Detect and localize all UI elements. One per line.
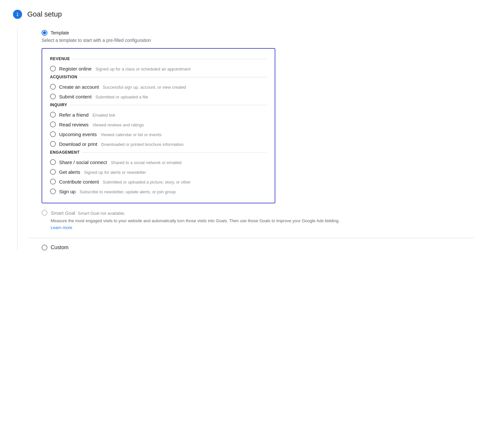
sign-up-radio[interactable] [50, 188, 56, 194]
template-label[interactable]: Template [51, 30, 69, 35]
read-reviews-label[interactable]: Read reviews Viewed reviews and ratings [59, 122, 144, 127]
smart-goal-info: Measure the most engaged visits to your … [51, 218, 343, 231]
register-online-label[interactable]: Register online Signed up for a class or… [59, 66, 191, 71]
share-social-radio[interactable] [50, 159, 56, 165]
option-refer-friend[interactable]: Refer a friend Emailed link [50, 110, 267, 120]
template-label-text: Template [51, 30, 69, 35]
template-section: Template Select a template to start with… [42, 30, 474, 231]
page-title: Goal setup [27, 10, 62, 19]
template-radio[interactable] [42, 30, 47, 36]
create-account-radio[interactable] [50, 84, 56, 90]
register-online-name: Register online [59, 66, 92, 71]
custom-section: Custom [42, 245, 474, 250]
register-online-radio[interactable] [50, 66, 56, 71]
option-submit-content[interactable]: Submit content Submitted or uploaded a f… [50, 92, 267, 101]
option-share-social[interactable]: Share / social connect Shared to a socia… [50, 157, 267, 167]
option-read-reviews[interactable]: Read reviews Viewed reviews and ratings [50, 120, 267, 129]
upcoming-events-name: Upcoming events [59, 132, 97, 137]
share-social-label[interactable]: Share / social connect Shared to a socia… [59, 160, 181, 165]
download-print-label[interactable]: Download or print Downloaded or printed … [59, 141, 183, 147]
read-reviews-name: Read reviews [59, 122, 89, 127]
smart-goal-label-wrapper[interactable]: Smart Goal Smart Goal not available. [51, 210, 125, 216]
category-engagement-label: ENGAGEMENT [50, 150, 267, 155]
contribute-content-desc: Submitted or uploaded a picture, story, … [103, 180, 191, 185]
create-account-label[interactable]: Create an account Successful sign up, ac… [59, 84, 186, 90]
refer-friend-label[interactable]: Refer a friend Emailed link [59, 112, 115, 118]
contribute-content-radio[interactable] [50, 179, 56, 185]
smart-goal-info-text: Measure the most engaged visits to your … [51, 218, 340, 223]
option-register-online[interactable]: Register online Signed up for a class or… [50, 64, 267, 73]
register-online-desc: Signed up for a class or scheduled an ap… [95, 67, 191, 71]
smart-goal-row: Smart Goal Smart Goal not available. [42, 210, 474, 216]
main-content: Template Select a template to start with… [27, 28, 474, 250]
submit-content-radio[interactable] [50, 94, 56, 99]
upcoming-events-label[interactable]: Upcoming events Viewed calendar or list … [59, 132, 162, 137]
option-get-alerts[interactable]: Get alerts Signed up for alerts or newsl… [50, 167, 267, 177]
submit-content-desc: Submitted or uploaded a file [95, 95, 148, 99]
option-sign-up[interactable]: Sign up Subscribe to newsletter, update … [50, 186, 267, 196]
get-alerts-radio[interactable] [50, 169, 56, 175]
step-badge: 1 [13, 10, 22, 19]
custom-radio[interactable] [42, 245, 47, 250]
share-social-desc: Shared to a social network or emailed [111, 160, 182, 165]
refer-friend-radio[interactable] [50, 112, 56, 118]
section-divider [27, 238, 474, 238]
contribute-content-label[interactable]: Contribute content Submitted or uploaded… [59, 179, 191, 185]
share-social-name: Share / social connect [59, 160, 107, 165]
get-alerts-desc: Signed up for alerts or newsletter [84, 170, 146, 175]
refer-friend-desc: Emailed link [93, 113, 115, 118]
contribute-content-name: Contribute content [59, 179, 99, 185]
template-box: REVENUE Register online Signed up for a … [42, 48, 275, 203]
submit-content-label[interactable]: Submit content Submitted or uploaded a f… [59, 94, 148, 99]
option-download-print[interactable]: Download or print Downloaded or printed … [50, 139, 267, 149]
vertical-divider [17, 28, 18, 250]
upcoming-events-radio[interactable] [50, 131, 56, 137]
refer-friend-name: Refer a friend [59, 112, 89, 118]
smart-goal-section: Smart Goal Smart Goal not available. Mea… [42, 210, 474, 231]
get-alerts-name: Get alerts [59, 169, 80, 175]
upcoming-events-desc: Viewed calendar or list or events [101, 132, 162, 137]
option-create-account[interactable]: Create an account Successful sign up, ac… [50, 82, 267, 92]
custom-option-row[interactable]: Custom [42, 245, 474, 250]
category-inquiry-label: INQUIRY [50, 103, 267, 107]
page-header: 1 Goal setup [13, 10, 474, 19]
category-revenue-label: REVENUE [50, 57, 267, 61]
get-alerts-label[interactable]: Get alerts Signed up for alerts or newsl… [59, 169, 146, 175]
learn-more-link[interactable]: Learn more [51, 225, 72, 230]
template-subtitle: Select a template to start with a pre-fi… [42, 38, 474, 43]
smart-goal-unavailable: Smart Goal not available. [78, 211, 125, 216]
option-upcoming-events[interactable]: Upcoming events Viewed calendar or list … [50, 129, 267, 139]
sign-up-desc: Subscribe to newsletter, update alerts, … [80, 189, 176, 194]
download-print-name: Download or print [59, 141, 97, 147]
submit-content-name: Submit content [59, 94, 92, 99]
read-reviews-desc: Viewed reviews and ratings [93, 122, 144, 127]
sign-up-label[interactable]: Sign up Subscribe to newsletter, update … [59, 189, 176, 194]
read-reviews-radio[interactable] [50, 122, 56, 127]
option-contribute-content[interactable]: Contribute content Submitted or uploaded… [50, 177, 267, 186]
template-option-row[interactable]: Template [42, 30, 474, 36]
smart-goal-name: Smart Goal [51, 210, 75, 216]
category-acquisition-label: ACQUISITION [50, 75, 267, 79]
smart-goal-radio[interactable] [42, 210, 47, 216]
create-account-desc: Successful sign up, account, or view cre… [103, 85, 186, 90]
download-print-desc: Downloaded or printed brochure informati… [101, 142, 184, 147]
create-account-name: Create an account [59, 84, 99, 90]
sign-up-name: Sign up [59, 189, 76, 194]
custom-label[interactable]: Custom [51, 245, 69, 250]
download-print-radio[interactable] [50, 141, 56, 147]
main-wrapper: Template Select a template to start with… [13, 28, 474, 250]
